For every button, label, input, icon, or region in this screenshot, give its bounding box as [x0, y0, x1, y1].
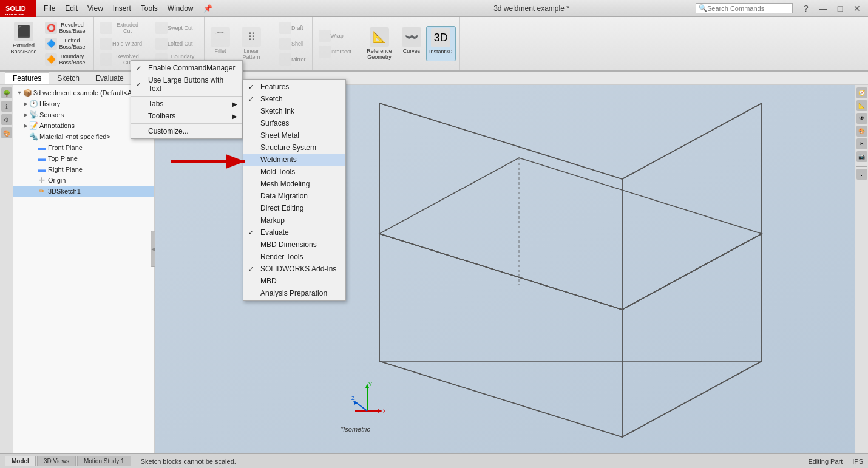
- red-arrow: [168, 154, 253, 169]
- extruded-cut-button[interactable]: Extruded Cut: [98, 21, 145, 35]
- ctx-customize[interactable]: Customize...: [131, 125, 242, 137]
- sub-structure-system[interactable]: Structure System: [243, 141, 345, 154]
- swept-cut-button[interactable]: Swept Cut: [153, 21, 200, 35]
- tab-motion-study[interactable]: Motion Study 1: [77, 456, 131, 466]
- config-icon[interactable]: ⚙: [1, 114, 12, 125]
- sub-sheet-metal[interactable]: Sheet Metal: [243, 129, 345, 141]
- intersect-button[interactable]: Intersect: [316, 44, 354, 59]
- menu-pin[interactable]: 📌: [198, 3, 217, 14]
- ribbon-group-ref-curves: 📐 Reference Geometry 〰️ Curves 3D Instan…: [358, 17, 460, 70]
- tree-3dsketch1[interactable]: ✏ 3DSketch1: [13, 186, 154, 197]
- sub-sketch-ink[interactable]: Sketch Ink: [243, 105, 345, 117]
- sub-mbd[interactable]: MBD: [243, 275, 345, 287]
- curves-button[interactable]: 〰️ Curves: [399, 26, 424, 61]
- lofted-cut-button[interactable]: Lofted Cut: [153, 36, 200, 51]
- tab-model[interactable]: Model: [5, 456, 36, 466]
- draft-button[interactable]: Draft: [277, 21, 308, 35]
- search-bar[interactable]: 🔍: [696, 3, 793, 13]
- sub-render-tools[interactable]: Render Tools: [243, 251, 345, 263]
- linear-pattern-button[interactable]: ⠿ Linear Pattern: [234, 26, 269, 61]
- sub-solidworks-addins[interactable]: ✓ SOLIDWORKS Add-Ins: [243, 263, 345, 275]
- close-button[interactable]: ✕: [849, 0, 866, 17]
- tree-origin[interactable]: ✛ Origin: [13, 175, 154, 186]
- hole-wizard-button[interactable]: Hole Wizard: [98, 36, 145, 51]
- camera-icon[interactable]: 📷: [856, 151, 867, 162]
- check-sw-addins: ✓: [248, 265, 254, 273]
- curves-icon: 〰️: [402, 27, 421, 47]
- curves-label: Curves: [403, 48, 421, 54]
- menu-file[interactable]: File: [39, 3, 60, 14]
- tab-sketch[interactable]: Sketch: [49, 72, 87, 84]
- menu-tools[interactable]: Tools: [136, 3, 163, 14]
- origin-icon: ✛: [38, 176, 46, 185]
- sub-mbd-dimensions[interactable]: MBD Dimensions: [243, 239, 345, 251]
- menu-view[interactable]: View: [83, 3, 108, 14]
- unit-label: IPS: [852, 458, 863, 465]
- revolved-boss-icon: ⭕: [45, 22, 57, 34]
- sub-mold-tools[interactable]: Mold Tools: [243, 166, 345, 178]
- mirror-label: Mirror: [291, 56, 306, 63]
- menu-window[interactable]: Window: [163, 3, 198, 14]
- search-input[interactable]: [707, 5, 780, 12]
- sub-weldments[interactable]: Weldments: [243, 154, 345, 166]
- tab-evaluate[interactable]: Evaluate: [87, 72, 132, 84]
- restore-button[interactable]: □: [832, 0, 849, 17]
- toolbar-right-icon[interactable]: ⋮: [856, 169, 867, 180]
- sub-analysis-prep[interactable]: Analysis Preparation: [243, 287, 345, 299]
- render-icon[interactable]: 🎨: [1, 127, 12, 138]
- sub-sketch[interactable]: ✓ Sketch: [243, 93, 345, 105]
- reference-geometry-button[interactable]: 📐 Reference Geometry: [362, 26, 397, 61]
- hole-wizard-label: Hole Wizard: [112, 41, 142, 47]
- tree-top-plane[interactable]: ▬ Top Plane: [13, 153, 154, 164]
- hide-show-icon[interactable]: 👁: [856, 113, 867, 124]
- right-plane-label: Right Plane: [48, 166, 83, 173]
- linear-pattern-label: Linear Pattern: [236, 48, 266, 60]
- history-arrow: ▶: [22, 100, 29, 107]
- history-icon: 🕐: [29, 100, 38, 108]
- sub-direct-editing[interactable]: Direct Editing: [243, 202, 345, 214]
- ctx-toolbars[interactable]: Toolbars ▶: [131, 110, 242, 122]
- help-icon[interactable]: ?: [798, 0, 815, 17]
- instant3d-button[interactable]: 3D Instant3D: [426, 26, 456, 61]
- shell-button[interactable]: Shell: [277, 36, 308, 51]
- sub-evaluate[interactable]: ✓ Evaluate: [243, 226, 345, 239]
- view-orient-icon[interactable]: 🧭: [856, 87, 867, 98]
- swept-cut-label: Swept Cut: [168, 25, 193, 31]
- ctx-large-buttons[interactable]: ✓ Use Large Buttons with Text: [131, 74, 242, 95]
- lofted-boss-icon: 🔷: [45, 38, 57, 50]
- feature-tree-icon[interactable]: 🌳: [1, 87, 12, 98]
- tab-3d-views[interactable]: 3D Views: [37, 456, 76, 466]
- sub-markup[interactable]: Markup: [243, 214, 345, 226]
- display-style-icon[interactable]: 📐: [856, 100, 867, 111]
- context-menu: ✓ Enable CommandManager ✓ Use Large Butt…: [131, 60, 243, 139]
- extruded-boss-button[interactable]: ⬛ Extruded Boss/Base: [6, 21, 41, 67]
- annotations-label: Annotations: [39, 122, 75, 129]
- tree-front-plane[interactable]: ▬ Front Plane: [13, 142, 154, 153]
- ctx-tabs[interactable]: Tabs ▶: [131, 98, 242, 110]
- collapse-handle[interactable]: ◀: [151, 231, 155, 267]
- sub-data-migration[interactable]: Data Migration: [243, 190, 345, 202]
- mirror-button[interactable]: Mirror: [277, 52, 308, 67]
- toolbars-arrow-icon: ▶: [232, 113, 237, 120]
- appearance-icon[interactable]: 🎨: [856, 126, 867, 137]
- tab-features[interactable]: Features: [5, 72, 49, 84]
- sections-icon[interactable]: ✂: [856, 138, 867, 149]
- tree-right-plane[interactable]: ▬ Right Plane: [13, 164, 154, 175]
- menu-edit[interactable]: Edit: [60, 3, 83, 14]
- top-plane-icon: ▬: [38, 154, 46, 163]
- sub-features[interactable]: ✓ Features: [243, 81, 345, 93]
- menu-insert[interactable]: Insert: [108, 3, 136, 14]
- lofted-boss-button[interactable]: 🔷 Lofted Boss/Base: [42, 36, 90, 51]
- fillet-button[interactable]: ⌒ Fillet: [208, 26, 232, 61]
- wrap-icon: [319, 30, 331, 42]
- ctx-enable-commandmanager[interactable]: ✓ Enable CommandManager: [131, 62, 242, 74]
- minimize-button[interactable]: —: [815, 0, 832, 17]
- sub-mesh-modeling[interactable]: Mesh Modeling: [243, 178, 345, 190]
- wrap-button[interactable]: Wrap: [316, 29, 354, 43]
- property-icon[interactable]: ℹ: [1, 101, 12, 112]
- revolved-boss-button[interactable]: ⭕ Revolved Boss/Base: [42, 21, 90, 35]
- sub-surfaces[interactable]: Surfaces: [243, 117, 345, 129]
- svg-text:SOLID: SOLID: [5, 5, 26, 12]
- sw-logo-text: SOLID WORKS: [3, 1, 33, 16]
- boundary-boss-button[interactable]: 🔶 Boundary Boss/Base: [42, 52, 90, 67]
